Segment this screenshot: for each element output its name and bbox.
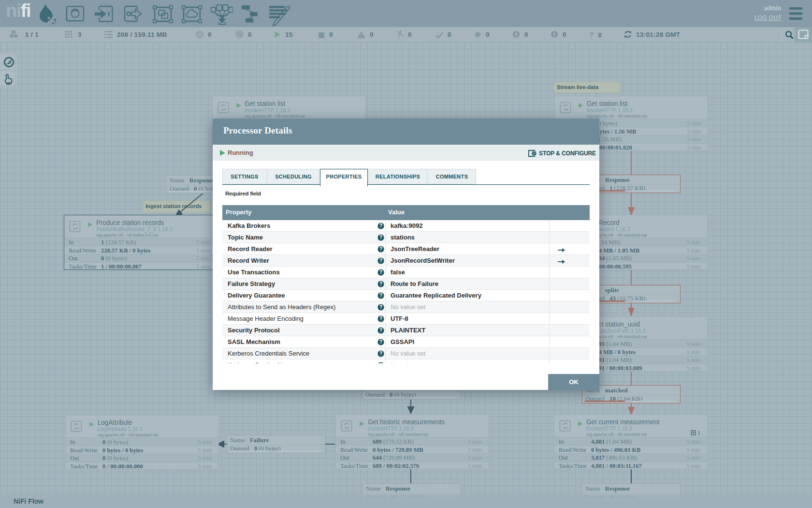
svg-text:?: ? [379, 339, 382, 344]
svg-text:?: ? [379, 362, 382, 363]
svg-text:?: ? [379, 246, 382, 252]
svg-text:?: ? [379, 351, 382, 356]
svg-text:?: ? [379, 293, 382, 298]
svg-text:?: ? [379, 328, 382, 333]
svg-text:?: ? [379, 258, 382, 263]
svg-text:?: ? [379, 281, 382, 286]
svg-text:?: ? [379, 223, 382, 228]
svg-text:?: ? [379, 316, 382, 321]
svg-text:?: ? [379, 304, 382, 310]
svg-text:?: ? [379, 235, 382, 240]
svg-text:?: ? [379, 269, 382, 275]
